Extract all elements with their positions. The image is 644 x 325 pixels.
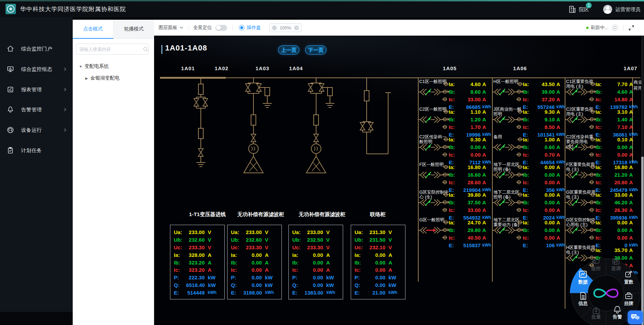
tab-carousel-mode[interactable]: 轮播模式 <box>113 20 154 39</box>
tree-node-1[interactable]: ▼ 变配电系统 <box>73 61 154 72</box>
sidebar-item-1[interactable]: 综合监控门户 <box>0 42 73 56</box>
feeder-readings: Ia:9.30A Ib:9.10A Ic:8.50A E:101341kWh <box>523 108 566 138</box>
panorama-toggle[interactable] <box>215 25 227 31</box>
sidebar-item-2[interactable]: 综合监控组态 <box>0 62 73 76</box>
feeder-readings: Ia:0.30A Ib:0.00A Ic:0.00A E:7112kWh <box>449 136 492 166</box>
phase-b-current: Ib:1.40A <box>596 115 638 123</box>
phase-c-current: Ic:40.50A <box>449 234 492 241</box>
feeder-row-1A05-4: F区一般照明 Ia:16.80A Ib:16.60A Ic:28.60A E:2… <box>418 162 492 189</box>
search-input[interactable] <box>77 47 143 52</box>
section-header-1A07: 1A07 <box>624 65 637 71</box>
phase-c-current: Ic:0.00A <box>596 151 638 158</box>
radial-item-label: 数据 <box>578 279 588 285</box>
measurement-row: Uc:233.30V <box>174 244 221 251</box>
report-icon <box>6 85 15 94</box>
phase-b-current: Ib:37.50A <box>449 198 492 206</box>
feeder-row-1A07-2: C2区重要负荷用电 (主) Ia:3.10A Ib:1.40A Ic:7.10A… <box>565 106 639 134</box>
measurement-row: P:0.00kW <box>231 274 278 281</box>
sidebar-item-label: 报表管理 <box>21 86 42 93</box>
panorama-label: 全景定位 <box>193 25 212 31</box>
measurement-row: Q:0.00kW <box>292 281 339 289</box>
toolbar-divider <box>233 25 233 31</box>
phase-a-current: Ia:39.80A <box>449 191 492 198</box>
phase-b-current: Ib:46.20A <box>596 198 638 206</box>
feeder-label: 地下二层北区重要动力 (备) <box>493 217 523 227</box>
phase-c-current: Ic:1.70A <box>449 123 492 131</box>
phase-c-current: Ic:0.70A <box>523 151 566 158</box>
measurement-row: Ua:233.00V <box>231 229 278 236</box>
zoom-in-button[interactable]: + <box>294 26 299 30</box>
measurement-row: Ua:233.00V <box>292 229 339 236</box>
feeder-label: 地下一层北区照明 (备) <box>493 162 523 172</box>
user-menu[interactable]: 运营管理员 <box>603 1 641 17</box>
measurement-row: Ic:0.00A <box>292 266 339 274</box>
measurement-row: Ua:233.00V <box>174 229 221 236</box>
sidebar-item-5[interactable]: 设备运行 <box>0 123 73 137</box>
phase-a-current: Ia:0.00A <box>523 191 566 198</box>
feeder-readings: Ia:3.10A Ib:1.40A Ic:7.10A E:36061kWh <box>596 108 638 138</box>
phase-a-current: Ia:0.00A <box>523 219 566 226</box>
measurement-row: Ic:323.20A <box>174 266 221 274</box>
measurement-row: Ub:232.60V <box>231 236 278 244</box>
phase-a-current: Ia:16.80A <box>449 163 492 171</box>
cabinet-measurement-panel: Ua:233.00V Ub:232.60V Uc:233.30V Ia:328.… <box>170 225 225 299</box>
chat-button[interactable] <box>628 310 643 324</box>
operation-disc-label: 操作盘 <box>247 25 261 31</box>
fullscreen-icon <box>628 25 635 31</box>
layer-panel-dropdown[interactable]: 图层面板 <box>159 20 184 36</box>
feeder-readings: Ia:16.80A Ib:16.60A Ic:28.60A E:219904kW… <box>449 163 492 194</box>
section-header-1A04: 1A04 <box>289 65 303 71</box>
app-logo <box>6 4 16 14</box>
phase-b-current: Ib:4.60A <box>596 88 638 95</box>
measurement-row: Ib:323.20A <box>174 259 221 266</box>
tab-click-mode[interactable]: 点击模式 <box>73 20 113 39</box>
sidebar-item-label: 设备运行 <box>21 127 42 133</box>
hospital-emblem-icon <box>7 5 15 13</box>
feeder-row-1A07-4: F区重要负荷用电 (主) Ia:16.80A Ib:21.20A Ic:20.8… <box>565 162 639 189</box>
measurement-row: Ub:231.50V <box>355 236 402 244</box>
app-header: 华中科技大学同济医学院附属协和医院 院区 1 运营管理员 <box>0 1 644 17</box>
feeder-row-1A05-2: C2区一般照明 Ia:1.10A Ib:1.20A Ic:1.70A E:199… <box>418 106 492 134</box>
cabinet-name: 1-T1变压器进线 <box>189 211 226 218</box>
phase-a-current: Ia:35.70A <box>596 246 638 254</box>
phase-a-current: Ia:0.10A <box>596 136 638 143</box>
sidebar-item-6[interactable]: 计划任务 <box>0 143 73 157</box>
cabinet-measurement-panel: Ua:231.30V Ub:231.50V Uc:232.10V Ia:0.00… <box>351 225 405 299</box>
panorama-locate-control: 全景定位 <box>193 20 227 36</box>
fullscreen-button[interactable] <box>628 20 635 36</box>
feeder-label: F区一般照明 <box>419 162 449 167</box>
feeder-row-1A06-5: 地下二层北区照明 (备) Ia:0.00A Ib:0.00A Ic:0.00A … <box>492 189 566 217</box>
measurement-row: Ua:231.30V <box>355 229 402 236</box>
zoom-out-button[interactable]: − <box>272 26 277 30</box>
mode-tabs: 点击模式 轮播模式 <box>73 20 154 39</box>
refresh-icon[interactable] <box>611 24 618 31</box>
sidebar-item-3[interactable]: 报表管理 <box>0 83 73 96</box>
measurement-row: Ia:328.00A <box>174 251 221 259</box>
tree-node-2[interactable]: ▶ 金银湖变配电 <box>73 72 154 84</box>
phase-a-current: Ia:0.30A <box>449 136 492 143</box>
phase-c-current: Ic:28.60A <box>449 178 492 186</box>
prev-page-button[interactable]: 上一页 <box>278 45 299 55</box>
phase-c-current: Ic:0.00A <box>523 206 566 214</box>
toolbar-divider <box>623 25 624 31</box>
measurement-row: Ia:0.00A <box>231 251 278 259</box>
operation-disc-radio[interactable] <box>239 25 244 30</box>
feeder-row-1A05-1: C1区一般照明 Ia:4.60A Ib:8.60A Ic:33.00A E:86… <box>418 79 492 106</box>
feeder-row-1A06-2: J区商业街一般照明 Ia:9.30A Ib:9.10A Ic:8.50A E:1… <box>492 106 566 134</box>
phase-b-current: Ib:21.20A <box>596 171 638 178</box>
measurement-row: Ia:0.00A <box>355 251 402 259</box>
measurement-row: E:21.00kWh <box>355 289 402 296</box>
measurement-row: Ia:0.00A <box>292 251 339 259</box>
measurement-row: Uc:233.30V <box>292 244 339 251</box>
phase-a-current: Ia:1.00A <box>523 136 566 143</box>
feeder-readings: Ia:4.60A Ib:8.60A Ic:33.00A E:86685kWh <box>449 80 492 111</box>
next-page-button[interactable]: 下一页 <box>305 45 327 55</box>
feeder-label: H区一般照明 <box>493 79 523 84</box>
caret-right-icon[interactable]: ▶ <box>84 76 89 80</box>
caret-down-icon[interactable]: ▼ <box>78 65 83 68</box>
phase-b-current: Ib:0.00A <box>596 143 638 151</box>
measurement-row: Ic:0.00A <box>355 266 402 274</box>
feeder-readings: Ia:16.80A Ib:21.20A Ic:20.80A E:245479kW… <box>596 163 638 194</box>
sidebar-item-4[interactable]: 告警管理 <box>0 103 73 117</box>
feeder-row-1A07-6: G区安防控制中心用电 (主) Ia:0.00A Ib:0.00A Ic:0.00… <box>565 217 639 245</box>
